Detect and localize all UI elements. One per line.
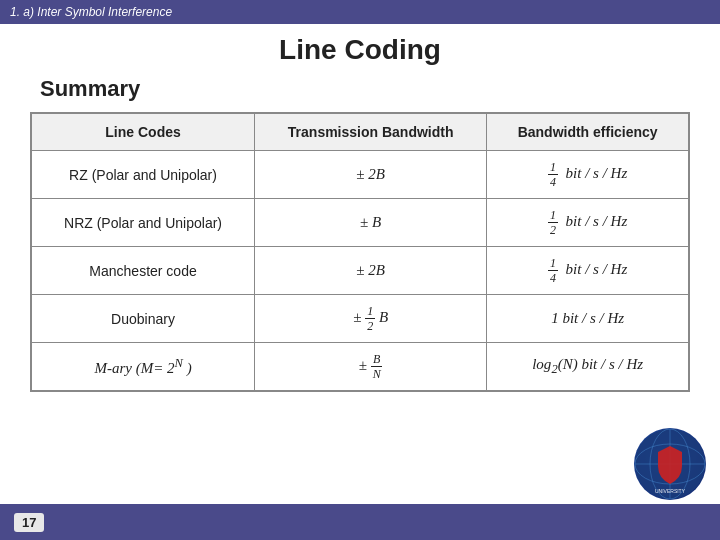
main-content: Line Coding Summary Line Codes Transmiss… — [0, 24, 720, 402]
row4-efficiency: 1 bit / s / Hz — [487, 295, 689, 343]
row1-code: RZ (Polar and Unipolar) — [31, 151, 255, 199]
row2-code: NRZ (Polar and Unipolar) — [31, 199, 255, 247]
table-row: M-ary (M= 2N ) ± B N log2(N) bit / s / H… — [31, 343, 689, 392]
row2-efficiency: 1 2 bit / s / Hz — [487, 199, 689, 247]
footer-bar: 17 — [0, 504, 720, 540]
row5-efficiency: log2(N) bit / s / Hz — [487, 343, 689, 392]
row4-bandwidth: ± 1 2 B — [255, 295, 487, 343]
table-row: Manchester code ± 2B 1 4 bit / s / Hz — [31, 247, 689, 295]
col-header-bandwidth: Transmission Bandwidth — [255, 113, 487, 151]
row4-code: Duobinary — [31, 295, 255, 343]
summary-label: Summary — [40, 76, 690, 102]
row2-bandwidth: ± B — [255, 199, 487, 247]
row1-bandwidth: ± 2B — [255, 151, 487, 199]
svg-text:UNIVERSITY: UNIVERSITY — [655, 488, 686, 494]
row3-code: Manchester code — [31, 247, 255, 295]
row3-bandwidth: ± 2B — [255, 247, 487, 295]
row3-efficiency: 1 4 bit / s / Hz — [487, 247, 689, 295]
top-bar: 1. a) Inter Symbol Interference — [0, 0, 720, 24]
university-logo: UNIVERSITY — [630, 424, 710, 504]
col-header-codes: Line Codes — [31, 113, 255, 151]
table-row: Duobinary ± 1 2 B 1 bit / s / Hz — [31, 295, 689, 343]
col-header-efficiency: Bandwidth efficiency — [487, 113, 689, 151]
row1-efficiency: 1 4 bit / s / Hz — [487, 151, 689, 199]
page-number: 17 — [14, 513, 44, 532]
table-row: RZ (Polar and Unipolar) ± 2B 1 4 bit / s… — [31, 151, 689, 199]
table-row: NRZ (Polar and Unipolar) ± B 1 2 bit / s… — [31, 199, 689, 247]
page-title: Line Coding — [30, 34, 690, 66]
logo-svg: UNIVERSITY — [634, 428, 706, 500]
row5-bandwidth: ± B N — [255, 343, 487, 392]
line-coding-table: Line Codes Transmission Bandwidth Bandwi… — [30, 112, 690, 392]
row5-code: M-ary (M= 2N ) — [31, 343, 255, 392]
top-bar-label: 1. a) Inter Symbol Interference — [10, 5, 172, 19]
